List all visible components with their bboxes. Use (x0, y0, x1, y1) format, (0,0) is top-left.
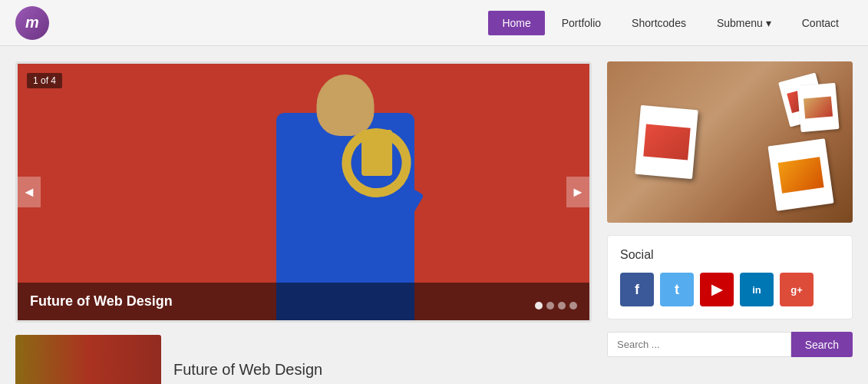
dot-2[interactable] (546, 302, 554, 310)
slider-caption: Future of Web Design (18, 283, 589, 320)
dot-4[interactable] (569, 302, 577, 310)
slide-counter: 1 of 4 (27, 73, 62, 88)
logo[interactable]: m (15, 6, 49, 40)
sidebar-top-image[interactable] (607, 61, 853, 223)
slider-next-button[interactable]: ► (566, 177, 589, 207)
slider-prev-button[interactable]: ◄ (18, 177, 41, 207)
youtube-button[interactable]: ▶ (700, 273, 734, 306)
social-icons: f t ▶ in g+ (620, 273, 840, 306)
main-content: 1 of 4 ◄ ► Future of Web Design Future o… (0, 46, 868, 384)
nav-item-contact[interactable]: Contact (788, 11, 853, 35)
logo-letter: m (25, 14, 39, 31)
main-nav: Home Portfolio Shortcodes Submenu Contac… (488, 11, 853, 35)
left-column: 1 of 4 ◄ ► Future of Web Design Future o… (15, 61, 592, 384)
nav-item-home[interactable]: Home (488, 11, 544, 35)
right-column: Social f t ▶ in g+ Search (607, 61, 853, 384)
slider: 1 of 4 ◄ ► Future of Web Design (15, 61, 592, 323)
social-widget: Social f t ▶ in g+ (607, 235, 853, 319)
search-button[interactable]: Search (791, 332, 853, 357)
dot-3[interactable] (558, 302, 566, 310)
googleplus-button[interactable]: g+ (780, 273, 814, 306)
nav-item-submenu[interactable]: Submenu (703, 11, 785, 35)
search-input[interactable] (607, 332, 791, 357)
social-widget-title: Social (620, 248, 840, 262)
nav-item-portfolio[interactable]: Portfolio (548, 11, 615, 35)
header: m Home Portfolio Shortcodes Submenu Cont… (0, 0, 868, 46)
slider-caption-text: Future of Web Design (30, 293, 173, 309)
nav-item-shortcodes[interactable]: Shortcodes (618, 11, 700, 35)
twitter-button[interactable]: t (660, 273, 694, 306)
dot-1[interactable] (535, 302, 543, 310)
slider-dots (535, 302, 577, 310)
article-preview: Future of Web Design (15, 335, 592, 384)
article-title[interactable]: Future of Web Design (173, 361, 322, 379)
linkedin-button[interactable]: in (740, 273, 774, 306)
search-widget: Search (607, 332, 853, 357)
slider-scene (18, 64, 589, 320)
facebook-button[interactable]: f (620, 273, 654, 306)
article-thumbnail[interactable] (15, 335, 161, 384)
